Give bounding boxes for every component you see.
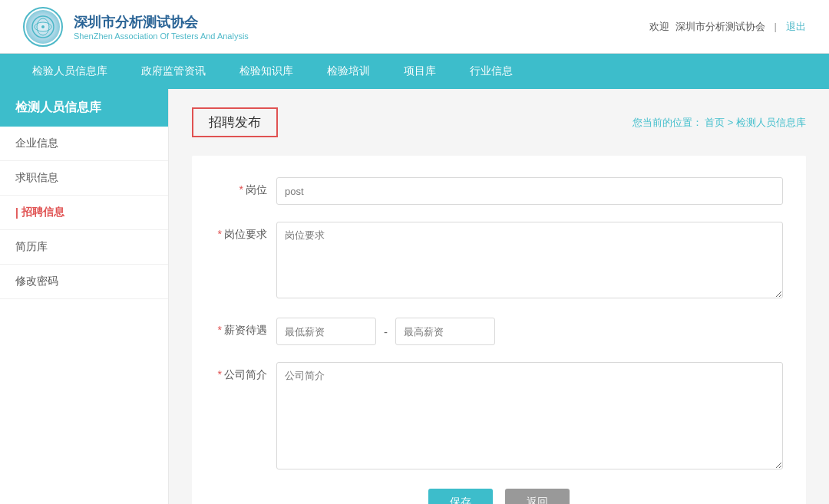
- sidebar-item-jobseek[interactable]: 求职信息: [0, 161, 168, 196]
- salary-max-input[interactable]: [395, 318, 495, 345]
- company-label: *公司简介: [215, 362, 276, 382]
- form-container: *岗位 *岗位要求 *薪资待遇: [192, 156, 806, 504]
- breadcrumb-home: 首页: [705, 117, 725, 128]
- page-title: 招聘发布: [192, 107, 278, 137]
- nav-item-4[interactable]: 项目库: [387, 54, 453, 89]
- header-left: 深圳市分析测试协会 ShenZhen Association Of Tester…: [23, 7, 249, 47]
- header-divider: |: [775, 21, 777, 32]
- post-required-star: *: [239, 183, 243, 196]
- sidebar-item-enterprise[interactable]: 企业信息: [0, 127, 168, 161]
- logo-text: 深圳市分析测试协会 ShenZhen Association Of Tester…: [74, 13, 249, 41]
- nav-item-1[interactable]: 政府监管资讯: [124, 54, 223, 89]
- header-right: 欢迎 深圳市分析测试协会 | 退出: [649, 20, 806, 34]
- nav-bar: 检验人员信息库 政府监管资讯 检验知识库 检验培训 项目库 行业信息: [0, 54, 829, 89]
- sidebar-label-password: 修改密码: [15, 275, 58, 288]
- post-input[interactable]: [276, 177, 783, 205]
- company-textarea[interactable]: [276, 362, 783, 469]
- req-required-star: *: [218, 228, 222, 240]
- content-area: 招聘发布 您当前的位置： 首页 > 检测人员信息库 *岗位: [169, 89, 829, 504]
- company-field: [276, 362, 783, 472]
- logo-icon: [23, 7, 63, 47]
- form-row-requirement: *岗位要求: [215, 222, 783, 301]
- breadcrumb-arrow: >: [728, 117, 736, 128]
- btn-row: 保存 返回: [215, 489, 783, 504]
- requirement-label: *岗位要求: [215, 222, 276, 242]
- salary-row: -: [276, 318, 783, 345]
- logout-link[interactable]: 退出: [786, 20, 806, 34]
- logo-subtitle: ShenZhen Association Of Testers And Anal…: [74, 31, 249, 41]
- salary-min-input[interactable]: [276, 318, 376, 345]
- sidebar-item-recruit[interactable]: 招聘信息: [0, 196, 168, 230]
- post-label-text: 岗位: [246, 183, 267, 196]
- nav-item-3[interactable]: 检验培训: [310, 54, 387, 89]
- salary-label: *薪资待遇: [215, 318, 276, 338]
- welcome-text: 欢迎: [649, 20, 669, 34]
- company-label-text: 公司简介: [224, 368, 267, 380]
- sidebar-label-recruit: 招聘信息: [21, 206, 64, 219]
- post-label: *岗位: [215, 177, 276, 197]
- sidebar-title: 检测人员信息库: [0, 89, 168, 127]
- logo-title: 深圳市分析测试协会: [74, 13, 249, 31]
- sidebar: 检测人员信息库 企业信息 求职信息 招聘信息 简历库 修改密码: [0, 89, 169, 504]
- main-container: 检测人员信息库 企业信息 求职信息 招聘信息 简历库 修改密码 招聘发布 您当前…: [0, 89, 829, 504]
- sidebar-item-resume[interactable]: 简历库: [0, 230, 168, 265]
- requirement-label-text: 岗位要求: [224, 228, 267, 240]
- form-row-salary: *薪资待遇 -: [215, 318, 783, 345]
- post-field: [276, 177, 783, 205]
- breadcrumb: 您当前的位置： 首页 > 检测人员信息库: [632, 116, 806, 130]
- org-name: 深圳市分析测试协会: [675, 20, 765, 34]
- nav-item-0[interactable]: 检验人员信息库: [15, 54, 124, 89]
- sidebar-label-jobseek: 求职信息: [15, 171, 58, 185]
- requirement-field: [276, 222, 783, 301]
- requirement-textarea[interactable]: [276, 222, 783, 298]
- sidebar-label-resume: 简历库: [15, 240, 48, 254]
- page-title-row: 招聘发布 您当前的位置： 首页 > 检测人员信息库: [192, 107, 806, 137]
- breadcrumb-current: 检测人员信息库: [736, 117, 806, 128]
- header: 深圳市分析测试协会 ShenZhen Association Of Tester…: [0, 0, 829, 54]
- salary-label-text: 薪资待遇: [224, 324, 267, 336]
- salary-field: -: [276, 318, 783, 345]
- nav-item-2[interactable]: 检验知识库: [223, 54, 310, 89]
- company-required-star: *: [218, 368, 222, 380]
- svg-point-3: [41, 25, 45, 28]
- salary-dash: -: [384, 325, 388, 338]
- sidebar-item-password[interactable]: 修改密码: [0, 265, 168, 299]
- back-button[interactable]: 返回: [505, 489, 570, 504]
- nav-item-5[interactable]: 行业信息: [453, 54, 530, 89]
- sidebar-label-enterprise: 企业信息: [15, 137, 58, 150]
- salary-required-star: *: [218, 324, 222, 336]
- form-row-post: *岗位: [215, 177, 783, 205]
- form-row-company: *公司简介: [215, 362, 783, 472]
- breadcrumb-prefix: 您当前的位置：: [632, 117, 702, 128]
- save-button[interactable]: 保存: [428, 489, 493, 504]
